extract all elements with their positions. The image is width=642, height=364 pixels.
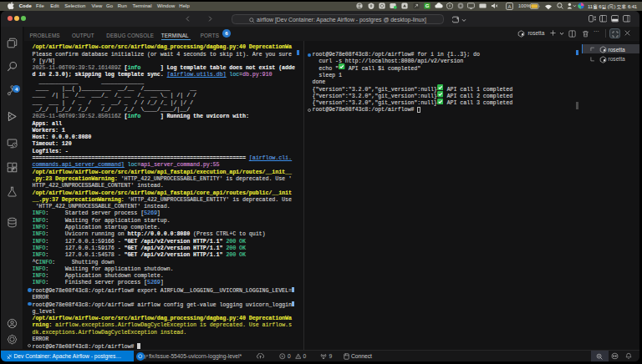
svg-text:G: G bbox=[425, 3, 430, 8]
svg-text:A: A bbox=[507, 4, 511, 9]
